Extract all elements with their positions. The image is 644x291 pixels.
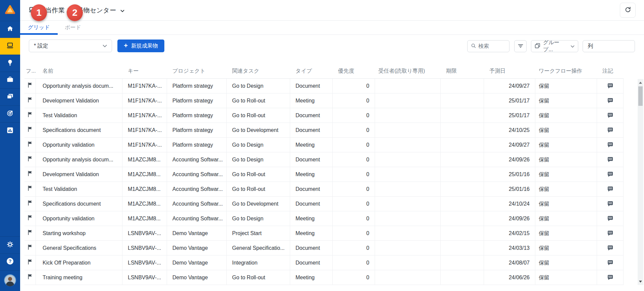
table-row[interactable]: Development Validation M1AZCJM8... Accou…	[24, 167, 624, 182]
table-body: Opportunity analysis docum... M1F1N7KA-.…	[24, 79, 624, 285]
column-header-key[interactable]: キー	[122, 63, 167, 78]
sidebar-item-ideas[interactable]	[0, 55, 20, 72]
group-by-select[interactable]: グループ...	[531, 40, 578, 52]
sidebar-item-portfolio[interactable]	[0, 72, 20, 89]
columns-button[interactable]: 列	[583, 40, 635, 52]
cell-project: Demo Vantage	[167, 270, 227, 285]
scroll-down-arrow[interactable]	[638, 279, 643, 284]
table-row[interactable]: Development Validation M1F1N7KA-... Plat…	[24, 93, 624, 108]
tab-board[interactable]: ボード	[65, 21, 81, 35]
column-header-forecast[interactable]: 予測日	[484, 63, 535, 78]
column-header-flag[interactable]: フ...	[24, 63, 36, 78]
flag-icon[interactable]	[28, 182, 33, 196]
tab-grid[interactable]: グリッド	[28, 21, 50, 35]
cell-task: Go to Roll-out	[227, 182, 290, 196]
cell-workflow: 保留	[535, 182, 597, 196]
note-icon[interactable]	[607, 171, 613, 177]
column-header-priority[interactable]: 優先度	[333, 63, 375, 78]
table-row[interactable]: Starting workshop LSNBV9AV-... Demo Vant…	[24, 226, 624, 241]
column-header-assignee[interactable]: 受任者(読取り専用)	[375, 63, 441, 78]
column-header-notes[interactable]: 注記	[597, 63, 624, 78]
flag-icon[interactable]	[28, 152, 33, 167]
table-row[interactable]: Specifications document M1AZCJM8... Acco…	[24, 197, 624, 211]
cell-priority: 0	[333, 270, 375, 285]
cell-priority: 0	[333, 108, 375, 123]
cell-key: M1F1N7KA-...	[122, 93, 167, 108]
note-icon[interactable]	[607, 260, 613, 266]
sidebar-item-profile[interactable]	[0, 270, 20, 291]
table-row[interactable]: Test Validation M1AZCJM8... Accounting S…	[24, 182, 624, 197]
cell-assignee	[375, 152, 441, 167]
note-icon[interactable]	[607, 83, 613, 89]
cell-forecast: 24/09/27	[484, 138, 535, 152]
app-logo[interactable]	[0, 0, 20, 21]
cell-task: Go to Roll-out	[227, 93, 290, 108]
title-group[interactable]: 担当作業 / 成果物センター	[20, 0, 644, 20]
flag-icon[interactable]	[28, 93, 33, 108]
note-icon[interactable]	[607, 97, 613, 104]
sidebar-item-projects[interactable]	[0, 88, 20, 105]
flag-icon[interactable]	[28, 167, 33, 181]
table-row[interactable]: Kick Off Preparation LSNBV9AV-... Demo V…	[24, 256, 624, 270]
column-header-workflow[interactable]: ワークフロー操作	[535, 63, 597, 78]
table-row[interactable]: Opportunity analysis docum... M1AZCJM8..…	[24, 152, 624, 167]
note-icon[interactable]	[607, 230, 613, 236]
flag-icon[interactable]	[28, 211, 33, 226]
table-row[interactable]: Opportunity validation M1AZCJM8... Accou…	[24, 211, 624, 226]
home-icon	[6, 25, 14, 34]
flag-icon[interactable]	[28, 79, 33, 93]
flag-icon[interactable]	[28, 197, 33, 211]
scroll-up-arrow[interactable]	[638, 80, 643, 85]
search-input[interactable]: 検索	[467, 40, 509, 52]
refresh-button[interactable]	[620, 3, 636, 18]
table-row[interactable]: General Specifications LSNBV9AV-... Demo…	[24, 241, 624, 256]
note-icon[interactable]	[607, 156, 613, 163]
cell-workflow: 保留	[535, 152, 597, 167]
note-cell	[597, 182, 624, 196]
flag-icon[interactable]	[28, 241, 33, 255]
table-row[interactable]: Test Validation M1F1N7KA-... Platform st…	[24, 108, 624, 123]
note-icon[interactable]	[607, 274, 613, 281]
column-header-project[interactable]: プロジェクト	[167, 63, 227, 78]
sidebar-item-help[interactable]: ?	[0, 253, 20, 271]
cell-task: Integration	[227, 256, 290, 270]
table-row[interactable]: Specifications document M1F1N7KA-... Pla…	[24, 123, 624, 138]
sidebar-item-goals[interactable]	[0, 105, 20, 123]
cell-type: Document	[290, 123, 333, 137]
vertical-scrollbar[interactable]	[638, 79, 643, 285]
note-icon[interactable]	[607, 215, 613, 222]
filter-button[interactable]	[514, 40, 527, 52]
note-icon[interactable]	[607, 127, 613, 133]
table-row[interactable]: Opportunity validation M1F1N7KA-... Plat…	[24, 138, 624, 152]
chevron-down-icon[interactable]	[120, 8, 124, 14]
flag-icon[interactable]	[28, 256, 33, 270]
cell-project: Accounting Softwar...	[167, 197, 227, 211]
sidebar-item-reports[interactable]	[0, 122, 20, 139]
column-header-type[interactable]: タイプ	[290, 63, 333, 78]
note-icon[interactable]	[607, 112, 613, 119]
table-row[interactable]: Opportunity analysis docum... M1F1N7KA-.…	[24, 79, 624, 93]
cell-name: General Specifications	[36, 241, 122, 255]
column-header-name[interactable]: 名前	[36, 63, 122, 78]
cell-task: Go to Design	[227, 79, 290, 93]
cell-assignee	[375, 211, 441, 226]
scrollbar-thumb[interactable]	[638, 86, 643, 106]
sidebar-item-my-work[interactable]	[0, 38, 20, 55]
flag-icon[interactable]	[28, 270, 33, 285]
note-icon[interactable]	[607, 142, 613, 148]
sidebar-item-settings[interactable]	[0, 236, 20, 253]
new-deliverable-button[interactable]: + 新規成果物	[117, 40, 164, 52]
flag-icon[interactable]	[28, 226, 33, 240]
flag-icon[interactable]	[28, 123, 33, 137]
cell-name: Specifications document	[36, 123, 122, 137]
note-icon[interactable]	[607, 245, 613, 251]
column-header-task[interactable]: 関連タスク	[227, 63, 290, 78]
table-row[interactable]: Training meeting LSNBV9AV-... Demo Vanta…	[24, 270, 624, 285]
flag-icon[interactable]	[28, 108, 33, 123]
note-icon[interactable]	[607, 201, 613, 207]
sidebar-item-home[interactable]	[0, 21, 20, 38]
note-icon[interactable]	[607, 186, 613, 192]
settings-select[interactable]: * 設定	[29, 40, 112, 52]
column-header-due[interactable]: 期限	[441, 63, 484, 78]
flag-icon[interactable]	[28, 138, 33, 152]
